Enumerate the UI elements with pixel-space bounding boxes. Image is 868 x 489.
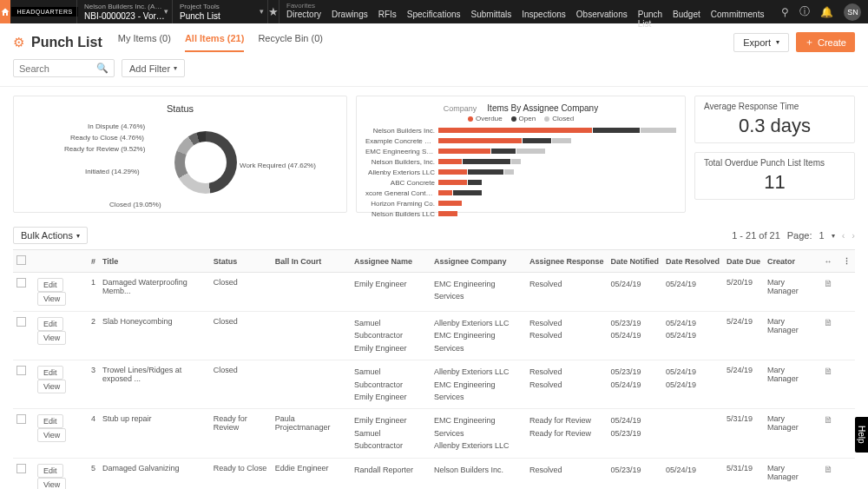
document-icon[interactable]: 🗎: [824, 464, 833, 474]
plus-icon: ＋: [805, 36, 814, 49]
assignee-widget: CompanyItems By Assignee Company Overdue…: [356, 96, 686, 213]
stat-label: Total Overdue Punch List Items: [704, 158, 845, 168]
nav-link[interactable]: Directory: [286, 10, 321, 29]
table-row: Edit View2Slab HoneycombingClosedSamuel …: [13, 312, 855, 360]
slice-label: Closed (19.05%): [109, 201, 161, 208]
tab[interactable]: Recycle Bin (0): [258, 33, 323, 52]
column-header[interactable]: #: [88, 250, 99, 273]
bar-row: xcore General Contractors: [365, 188, 676, 197]
favorites-label: Favorites: [286, 2, 764, 10]
select-all-checkbox[interactable]: [16, 255, 26, 265]
slice-label: Ready for Review (9.52%): [64, 145, 145, 153]
column-header[interactable]: Date Due: [723, 250, 764, 273]
avg-response-card: Average Response Time 0.3 days: [694, 96, 855, 143]
column-header[interactable]: Ball In Court: [272, 250, 351, 273]
nav-link[interactable]: Inspections: [522, 10, 566, 29]
nav-link[interactable]: Observations: [576, 10, 628, 29]
page-next[interactable]: ›: [852, 230, 855, 241]
status-donut-chart: [174, 131, 237, 194]
chevron-down-icon: ▾: [76, 232, 80, 240]
home-button[interactable]: [0, 0, 10, 23]
page-value: 1: [819, 230, 825, 241]
view-button[interactable]: View: [37, 292, 66, 306]
project-switcher[interactable]: Nelson Builders Inc. (ACCT 2) NBI-000002…: [76, 0, 172, 23]
gear-icon[interactable]: ⚙: [13, 35, 24, 50]
table-row: Edit View1Damaged Waterproofing Memb...C…: [13, 273, 855, 312]
document-icon[interactable]: 🗎: [824, 278, 833, 288]
create-button[interactable]: ＋Create: [796, 32, 855, 52]
nav-link[interactable]: Commitments: [711, 10, 765, 29]
nav-link[interactable]: RFIs: [378, 10, 397, 29]
bar-row: ABC Concrete: [365, 178, 676, 187]
column-header[interactable]: Date Notified: [608, 250, 663, 273]
logo: HEADQUARTERS: [13, 0, 76, 23]
plug-icon[interactable]: ⚲: [781, 6, 789, 18]
document-icon[interactable]: 🗎: [824, 366, 833, 376]
user-avatar[interactable]: SN: [844, 3, 861, 21]
row-checkbox[interactable]: [16, 464, 26, 473]
edit-button[interactable]: Edit: [37, 414, 63, 428]
chevron-down-icon: ▾: [260, 7, 264, 16]
slice-label: Initiated (14.29%): [85, 168, 140, 175]
page-prev[interactable]: ‹: [842, 230, 845, 241]
add-filter-button[interactable]: Add Filter▾: [122, 59, 185, 77]
nav-link[interactable]: Submittals: [471, 10, 512, 29]
search-input[interactable]: 🔍: [13, 59, 115, 77]
tool-name: Punch List: [180, 11, 260, 21]
bell-icon[interactable]: 🔔: [820, 6, 833, 18]
edit-button[interactable]: Edit: [37, 317, 63, 331]
view-button[interactable]: View: [37, 331, 66, 345]
column-header[interactable]: Creator: [764, 250, 817, 273]
info-icon[interactable]: ⓘ: [799, 4, 810, 19]
bar-row: Nelson Builders Inc.: [365, 126, 676, 135]
nav-link[interactable]: Punch List: [638, 10, 662, 29]
row-checkbox[interactable]: [16, 414, 26, 424]
column-header[interactable]: Title: [99, 250, 210, 273]
page-label: Page:: [787, 230, 812, 241]
project-name: NBI-0000023 - Vortex Sh...: [84, 11, 165, 21]
view-button[interactable]: View: [37, 428, 66, 442]
row-checkbox[interactable]: [16, 366, 26, 375]
page-title: Punch List: [31, 35, 102, 50]
column-header[interactable]: Status: [210, 250, 272, 273]
bar-row: Horizon Framing Co.: [365, 199, 676, 208]
export-button[interactable]: Export▾: [733, 33, 789, 52]
tab[interactable]: My Items (0): [118, 33, 171, 52]
legend-item: Closed: [544, 115, 574, 122]
bar-row: Allenby Exteriors LLC: [365, 168, 676, 176]
column-header[interactable]: Assignee Name: [351, 250, 431, 273]
row-checkbox[interactable]: [16, 278, 26, 287]
column-header[interactable]: Date Resolved: [662, 250, 723, 273]
view-button[interactable]: View: [37, 380, 66, 393]
column-header[interactable]: Assignee Company: [431, 250, 526, 273]
favorite-star[interactable]: ★: [267, 0, 279, 23]
nav-link[interactable]: Drawings: [332, 10, 368, 29]
chevron-down-icon: ▾: [776, 38, 779, 46]
bar-row: Example Concrete LLC: [365, 136, 676, 145]
punch-list-table: #TitleStatusBall In CourtAssignee NameAs…: [13, 249, 855, 489]
slice-label: Work Required (47.62%): [240, 162, 316, 169]
document-icon[interactable]: 🗎: [824, 414, 833, 425]
tab[interactable]: All Items (21): [185, 33, 244, 52]
document-icon[interactable]: 🗎: [824, 317, 833, 327]
stat-label: Average Response Time: [704, 102, 845, 111]
row-checkbox[interactable]: [16, 317, 26, 327]
stat-value: 11: [704, 171, 845, 194]
nav-link[interactable]: Budget: [673, 10, 700, 29]
table-row: Edit View5Damaged GalvanizingReady to Cl…: [13, 458, 855, 489]
edit-button[interactable]: Edit: [37, 278, 63, 292]
nav-link[interactable]: Specifications: [407, 10, 461, 29]
stat-value: 0.3 days: [704, 115, 845, 137]
top-nav: Favorites DirectoryDrawingsRFIsSpecifica…: [279, 0, 771, 23]
edit-button[interactable]: Edit: [37, 464, 63, 478]
column-header[interactable]: Assignee Response: [526, 250, 608, 273]
view-button[interactable]: View: [37, 478, 66, 489]
slice-label: In Dispute (4.76%): [88, 122, 145, 130]
edit-button[interactable]: Edit: [37, 366, 63, 380]
tool-switcher[interactable]: Project Tools Punch List ▾: [172, 0, 267, 23]
bar-row: Nelson Builders, Inc.: [365, 157, 676, 166]
bulk-actions-button[interactable]: Bulk Actions▾: [13, 227, 88, 244]
overdue-count-card: Total Overdue Punch List Items 11: [694, 152, 855, 200]
table-row: Edit View4Stub up repairReady for Review…: [13, 409, 855, 458]
help-tab[interactable]: Help: [855, 417, 868, 453]
